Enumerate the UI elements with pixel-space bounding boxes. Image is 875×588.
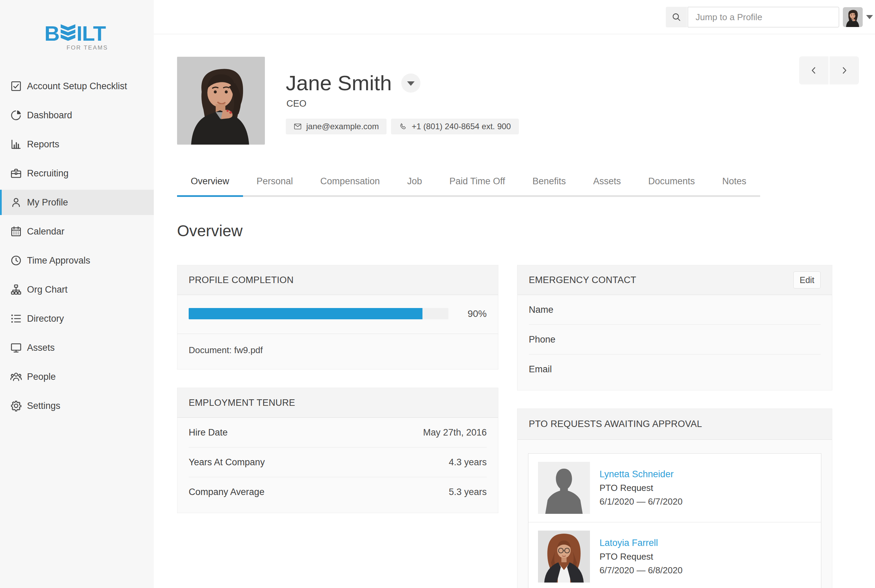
list-item: Latoyia Farrell PTO Request 6/7/2020 — 6… xyxy=(529,522,821,588)
sidebar-item-time-approvals[interactable]: Time Approvals xyxy=(0,248,154,273)
phone-badge[interactable]: +1 (801) 240-8654 ext. 900 xyxy=(391,118,518,134)
logo-letters-ilt: ILT xyxy=(76,24,106,43)
edit-emergency-contact-button[interactable]: Edit xyxy=(793,272,821,288)
row-label: Name xyxy=(529,304,553,315)
overview-right-column: EMERGENCY CONTACT Edit Name Phone Email … xyxy=(517,265,832,588)
sidebar-item-account-setup-checklist[interactable]: Account Setup Checklist xyxy=(0,74,154,99)
sidebar-item-org-chart[interactable]: Org Chart xyxy=(0,277,154,302)
phone-icon xyxy=(399,122,407,130)
profile-job-title: CEO xyxy=(286,99,307,109)
user-menu-caret-icon[interactable] xyxy=(866,15,873,19)
profile-completion-card: PROFILE COMPLETION 90% Document: fw9.pdf xyxy=(177,265,498,369)
sidebar-item-label: Recruiting xyxy=(27,168,69,179)
profile-pager xyxy=(799,56,859,84)
tab-benefits[interactable]: Benefits xyxy=(519,172,580,190)
tab-job[interactable]: Job xyxy=(393,172,436,190)
tab-notes[interactable]: Notes xyxy=(709,172,760,190)
pto-request-type: PTO Request xyxy=(599,551,683,562)
woman-curly-hair-photo xyxy=(538,531,590,582)
pto-requester-link[interactable]: Lynetta Schneider xyxy=(599,469,683,480)
previous-profile-button[interactable] xyxy=(799,56,829,84)
gear-icon xyxy=(10,400,22,412)
brick-u-icon xyxy=(60,24,76,43)
list-item: Lynetta Schneider PTO Request 6/1/2020 —… xyxy=(529,454,821,522)
sidebar-nav: Account Setup Checklist Dashboard Report… xyxy=(0,74,154,422)
table-row: Phone xyxy=(529,325,821,354)
pto-requests-card: PTO REQUESTS AWAITING APPROVAL Lynetta S… xyxy=(517,408,832,588)
next-profile-button[interactable] xyxy=(830,56,859,84)
profile-completion-track xyxy=(189,308,448,319)
row-label: Company Average xyxy=(189,487,265,497)
sidebar-item-my-profile[interactable]: My Profile xyxy=(0,190,154,215)
built-logo[interactable]: B ILT FOR TEAMS xyxy=(45,24,108,51)
row-value: 4.3 years xyxy=(449,457,487,468)
profile-completion-document[interactable]: Document: fw9.pdf xyxy=(177,334,498,369)
jane-portrait-photo xyxy=(177,56,265,145)
pto-requester-link[interactable]: Latoyia Farrell xyxy=(599,538,683,548)
jump-to-profile-input[interactable] xyxy=(688,7,839,27)
table-row: Email xyxy=(529,354,821,384)
logo-letter-b: B xyxy=(45,24,60,43)
tab-personal[interactable]: Personal xyxy=(243,172,307,190)
sidebar-item-label: Settings xyxy=(27,400,60,411)
bar-chart-icon xyxy=(10,138,22,150)
table-row: Years At Company 4.3 years xyxy=(189,447,487,477)
emergency-contact-title: EMERGENCY CONTACT xyxy=(529,275,637,285)
chevron-right-icon xyxy=(839,66,849,75)
sidebar-item-label: My Profile xyxy=(27,197,68,208)
tabs-underline xyxy=(177,195,760,197)
overview-left-column: PROFILE COMPLETION 90% Document: fw9.pdf… xyxy=(177,265,498,531)
employment-tenure-title: EMPLOYMENT TENURE xyxy=(189,398,295,408)
user-avatar[interactable] xyxy=(843,7,863,27)
row-value: May 27th, 2016 xyxy=(423,428,487,438)
emergency-contact-card: EMERGENCY CONTACT Edit Name Phone Email xyxy=(517,265,832,390)
row-label: Years At Company xyxy=(189,457,265,468)
tab-overview[interactable]: Overview xyxy=(177,172,243,190)
tab-documents[interactable]: Documents xyxy=(634,172,709,190)
sidebar-item-reports[interactable]: Reports xyxy=(0,132,154,157)
row-label: Email xyxy=(529,364,552,375)
sidebar-item-people[interactable]: People xyxy=(0,364,154,389)
sidebar-item-settings[interactable]: Settings xyxy=(0,393,154,418)
chevron-left-icon xyxy=(809,66,819,75)
pto-request-type: PTO Request xyxy=(599,483,683,493)
row-label: Hire Date xyxy=(189,428,228,438)
sidebar-item-calendar[interactable]: Calendar xyxy=(0,219,154,244)
sidebar-item-recruiting[interactable]: Recruiting xyxy=(0,160,154,186)
row-value: 5.3 years xyxy=(449,487,487,497)
sidebar-item-label: Reports xyxy=(27,139,60,150)
email-badge[interactable]: jane@example.com xyxy=(286,118,387,134)
sidebar-item-directory[interactable]: Directory xyxy=(0,306,154,331)
sidebar: B ILT FOR TEAMS Account Setup Checklist … xyxy=(0,0,154,588)
sidebar-item-assets[interactable]: Assets xyxy=(0,335,154,360)
profile-name-row: Jane Smith xyxy=(286,69,420,97)
tab-assets[interactable]: Assets xyxy=(579,172,634,190)
profile-completion-fill xyxy=(189,308,423,319)
org-chart-icon xyxy=(10,284,22,296)
email-text: jane@example.com xyxy=(306,122,379,131)
profile-completion-title: PROFILE COMPLETION xyxy=(189,275,294,285)
checklist-icon xyxy=(10,80,22,92)
profile-completion-percent: 90% xyxy=(462,308,487,319)
page-title: Overview xyxy=(177,222,243,240)
pto-request-list: Lynetta Schneider PTO Request 6/1/2020 —… xyxy=(528,453,821,588)
sidebar-item-label: Time Approvals xyxy=(27,255,90,266)
sidebar-item-label: Calendar xyxy=(27,226,64,237)
pto-requests-title: PTO REQUESTS AWAITING APPROVAL xyxy=(529,419,702,429)
tab-compensation[interactable]: Compensation xyxy=(307,172,393,190)
pto-request-dates: 6/7/2020 — 6/8/2020 xyxy=(599,565,683,576)
sidebar-item-label: Assets xyxy=(27,342,55,353)
row-label: Phone xyxy=(529,334,556,345)
profile-name: Jane Smith xyxy=(286,69,392,97)
search-button[interactable] xyxy=(666,7,687,27)
envelope-icon xyxy=(294,122,302,130)
top-header-bar xyxy=(154,0,875,34)
calendar-icon xyxy=(10,225,22,238)
sidebar-item-dashboard[interactable]: Dashboard xyxy=(0,102,154,128)
pie-chart-icon xyxy=(10,109,22,122)
pto-request-dates: 6/1/2020 — 6/7/2020 xyxy=(599,496,683,507)
briefcase-icon xyxy=(10,167,22,180)
profile-actions-button[interactable] xyxy=(401,74,420,93)
logo-tagline: FOR TEAMS xyxy=(45,45,108,51)
tab-paid-time-off[interactable]: Paid Time Off xyxy=(436,172,519,190)
